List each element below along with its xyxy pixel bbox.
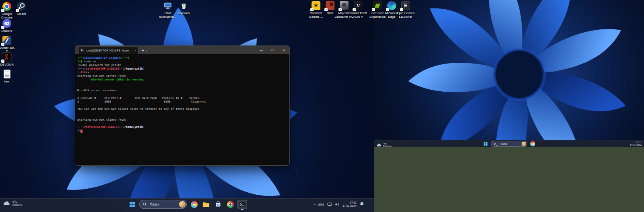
- shortcut-arrow-icon: ↗: [353, 8, 356, 11]
- clock-date: 17.01.2024: [630, 144, 642, 146]
- taskbar-clock[interactable]: 17:11 17.01.2024: [343, 201, 357, 208]
- minimize-button[interactable]: —: [256, 46, 267, 54]
- terminal-line: 2 5902 6598 Xtigervnc: [77, 100, 287, 104]
- windows-terminal-window: root@DESKTOP-I41NIFS: /hom × + ∨ — □ × ┌…: [75, 45, 290, 166]
- terminal-tab[interactable]: root@DESKTOP-I41NIFS: /hom ×: [78, 47, 138, 54]
- terminal-line: [77, 82, 287, 85]
- desktop-icon-counter-strike-2[interactable]: ↗Counter-Str... 2: [0, 35, 20, 53]
- search-input[interactable]: [149, 202, 177, 207]
- icon-label: Корзина: [178, 11, 190, 15]
- taskbar-app-google-chrome[interactable]: [225, 200, 235, 209]
- icon-label: DEVOUR: [0, 63, 14, 66]
- terminal-tab-title: root@DESKTOP-I41NIFS: /hom: [86, 49, 132, 52]
- close-button[interactable]: ×: [278, 46, 289, 54]
- terminal-line: [77, 104, 287, 107]
- shortcut-arrow-icon: ↗: [372, 8, 375, 11]
- weather-widget[interactable]: -9°C Облачно: [3, 200, 22, 207]
- terminal-line: You can use the Win-KeX client (Win) to …: [77, 107, 287, 111]
- taskbar-app-file-explorer[interactable]: [201, 200, 211, 209]
- terminal-line: ┌──(root㉿DESKTOP-I41NIFS)-[/home/yzhik]: [77, 67, 287, 71]
- counter-strike-2-icon: ↗: [2, 35, 12, 45]
- terminal-line: Starting Win-KeX client (Win): [77, 118, 287, 122]
- terminal-line: ┌──(root㉿DESKTOP-I41NIFS)-[/home/yzhik]: [77, 126, 287, 129]
- taskbar-secondary: -9°C Облачно 17:11 17.01.2024: [374, 140, 644, 147]
- terminal-line: ┌──(yzhik㉿DESKTOP-I41NIFS)-[~]: [77, 56, 287, 60]
- taskbar-app-photos[interactable]: [529, 141, 536, 147]
- desktop-icon-recycle-bin[interactable]: Корзина: [170, 1, 197, 15]
- shortcut-arrow-icon: ↗: [1, 9, 4, 12]
- recycle-bin-icon: [179, 1, 188, 10]
- tab-close-icon[interactable]: ×: [134, 49, 136, 52]
- desktop-icon-kex[interactable]: kex: [0, 69, 20, 83]
- terminal-line: Win-KeX server (Win) is running: [77, 78, 287, 82]
- taskbar-search[interactable]: [139, 200, 187, 209]
- shortcut-arrow-icon: ↗: [324, 8, 328, 11]
- language-indicator[interactable]: ENG: [318, 203, 324, 206]
- start-button-secondary[interactable]: [482, 141, 489, 147]
- shortcut-arrow-icon: ↗: [386, 8, 389, 11]
- taskbar-app-photos[interactable]: [189, 200, 199, 209]
- terminal-titlebar[interactable]: root@DESKTOP-I41NIFS: /hom × + ∨ — □ ×: [75, 46, 289, 54]
- clock-time: 17:11: [350, 201, 357, 204]
- desktop-icon-devour[interactable]: ↗DEVOUR: [0, 52, 20, 66]
- volume-icon[interactable]: [335, 201, 340, 208]
- epic-games-launcher-icon: ↗: [401, 1, 411, 10]
- tray-chevron-up-icon[interactable]: ^: [314, 203, 316, 206]
- shortcut-arrow-icon: ↗: [1, 43, 4, 46]
- terminal-output[interactable]: ┌──(yzhik㉿DESKTOP-I41NIFS)-[~]└─$ sudo s…: [75, 54, 289, 165]
- terminal-line: [77, 93, 287, 96]
- maximize-button[interactable]: □: [267, 46, 278, 54]
- start-button[interactable]: [127, 200, 137, 209]
- network-icon[interactable]: [327, 201, 332, 208]
- system-tray: ^ ENG 17:11 17.01.2024: [314, 200, 364, 209]
- weather-condition: Облачно: [12, 204, 22, 207]
- search-daily-image[interactable]: [522, 142, 526, 146]
- terminal-line: Win-KeX server sessions:: [77, 89, 287, 93]
- terminal-line: [77, 122, 287, 126]
- taskbar-clock-secondary[interactable]: 17:11 17.01.2024: [630, 141, 642, 147]
- notification-bell-icon[interactable]: [359, 201, 364, 208]
- search-daily-image[interactable]: [179, 201, 186, 208]
- terminal-line: └─: [77, 129, 287, 133]
- kali-fill-area: [374, 147, 644, 212]
- taskbar-search-secondary[interactable]: [491, 141, 527, 147]
- shortcut-arrow-icon: ↗: [400, 8, 403, 11]
- search-input-secondary[interactable]: [499, 142, 520, 146]
- terminal-line: └─$ sudo su: [77, 60, 287, 64]
- taskbar-app-microsoft-store[interactable]: [213, 200, 223, 209]
- desktop-icon-discord[interactable]: ↗Discord: [0, 19, 20, 33]
- icon-label: Steam: [17, 12, 26, 16]
- taskbar-primary: -9°C Облачно ^ ENG: [0, 198, 374, 212]
- terminal-line: [sudo] password for yzhik:: [77, 64, 287, 67]
- tab-dropdown-icon[interactable]: ∨: [146, 49, 148, 52]
- kex-icon: [2, 69, 12, 79]
- wallpaper-right: [374, 0, 644, 140]
- shortcut-arrow-icon: ↗: [310, 8, 314, 11]
- new-tab-button[interactable]: +: [142, 49, 144, 53]
- search-icon: [494, 140, 497, 148]
- monitor-right: -9°C Облачно 17:11 17.01.2024: [374, 0, 644, 212]
- wallpaper-bloom-right: [374, 0, 644, 140]
- desktop-icon-epic-games-launcher[interactable]: ↗Epic Games Launcher: [392, 1, 419, 19]
- shortcut-arrow-icon: ↗: [16, 9, 19, 12]
- taskbar-app-windows-terminal[interactable]: [237, 200, 247, 209]
- terminal-line: [77, 115, 287, 118]
- terminal-line: [77, 85, 287, 89]
- shortcut-arrow-icon: ↗: [1, 26, 4, 29]
- steam-icon: ↗: [17, 2, 26, 11]
- clock-date: 17.01.2024: [343, 204, 357, 207]
- shortcut-arrow-icon: ↗: [339, 8, 342, 11]
- dual-monitor-desktop: ↗Google Chrome↗Steam↗Discord↗Counter-Str…: [0, 0, 644, 212]
- icon-label: Discord: [1, 29, 12, 33]
- devour-icon: ↗: [2, 52, 12, 62]
- terminal-line: [77, 111, 287, 115]
- shortcut-arrow-icon: ↗: [1, 60, 4, 63]
- clock-time: 17:11: [636, 141, 642, 144]
- cloud-icon: [3, 200, 10, 207]
- desktop-icon-steam[interactable]: ↗Steam: [8, 2, 35, 16]
- terminal-line: X DISPLAY # RFB PORT # RFB UNIX PATH PRO…: [77, 97, 287, 100]
- icon-label: kex: [4, 80, 9, 83]
- search-icon: [143, 201, 147, 208]
- discord-icon: ↗: [2, 19, 12, 28]
- weather-temp: -9°C: [12, 200, 22, 204]
